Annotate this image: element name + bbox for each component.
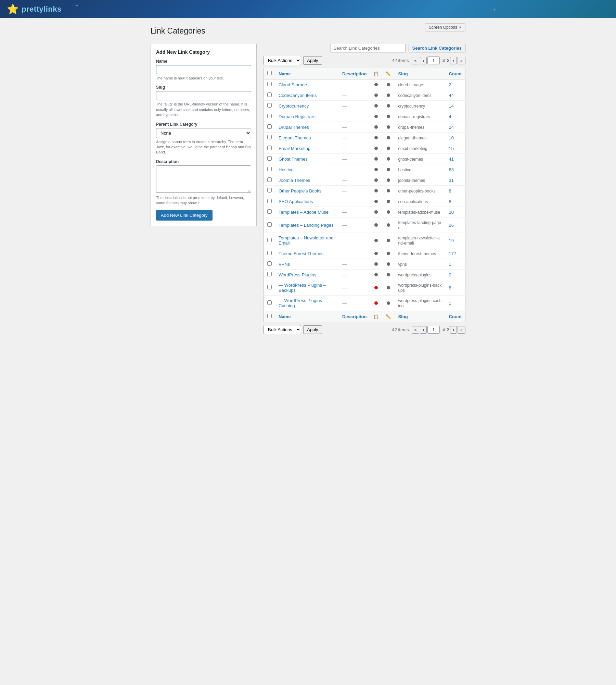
bulk-actions-select-top[interactable]: Bulk Actions	[264, 56, 301, 65]
row-checkbox[interactable]	[267, 251, 272, 255]
count-link[interactable]: 4	[449, 114, 451, 119]
row-checkbox[interactable]	[267, 261, 272, 266]
category-link[interactable]: Elegant Themes	[279, 135, 311, 140]
count-link[interactable]: 8	[449, 285, 451, 290]
count-link[interactable]: 8	[449, 199, 451, 204]
row-checkbox[interactable]	[267, 222, 272, 227]
count-link[interactable]: 20	[449, 210, 453, 215]
count-link[interactable]: 44	[449, 93, 453, 98]
category-link[interactable]: — WordPress Plugins – Backups	[279, 283, 326, 293]
category-link[interactable]: Theme Forest Themes	[279, 251, 323, 256]
row-checkbox[interactable]	[267, 156, 272, 161]
category-link[interactable]: SEO Applications	[279, 199, 313, 204]
table-row: VPNs — vpns 1	[264, 259, 465, 270]
next-page-button-bottom[interactable]: ›	[450, 326, 457, 334]
th-name-footer[interactable]: Name	[275, 311, 339, 322]
th-description-footer[interactable]: Description	[339, 311, 370, 322]
apply-button-bottom[interactable]: Apply	[303, 325, 322, 334]
category-link[interactable]: Email Marketing	[279, 146, 310, 151]
count-link[interactable]: 2	[449, 82, 451, 87]
name-input[interactable]	[156, 65, 251, 74]
count-link[interactable]: 1	[449, 262, 451, 267]
row-checkbox[interactable]	[267, 209, 272, 214]
category-link[interactable]: Templates – Newsletter and Email	[279, 235, 333, 246]
th-count[interactable]: Count	[445, 68, 465, 79]
row-checkbox[interactable]	[267, 82, 272, 86]
row-checkbox[interactable]	[267, 199, 272, 203]
select-all-checkbox[interactable]	[267, 71, 272, 75]
th-count-footer[interactable]: Count	[445, 311, 465, 322]
description-value: —	[342, 114, 347, 119]
count-link[interactable]: 26	[449, 223, 453, 228]
category-link[interactable]: Ghost Themes	[279, 157, 308, 162]
search-button[interactable]: Search Link Categories	[409, 44, 466, 52]
count-link[interactable]: 8	[449, 188, 451, 194]
th-slug-footer[interactable]: Slug	[395, 311, 445, 322]
screen-options-button[interactable]: Screen Options	[425, 23, 465, 32]
next-page-button-top[interactable]: ›	[450, 57, 457, 64]
row-checkbox[interactable]	[267, 177, 272, 182]
row-checkbox[interactable]	[267, 103, 272, 108]
row-count-cell: 8	[445, 196, 465, 207]
last-page-button-bottom[interactable]: »	[458, 326, 465, 334]
th-slug[interactable]: Slug	[395, 68, 445, 79]
parent-hint: Assign a parent term to create a hierarc…	[156, 139, 251, 155]
count-link[interactable]: 0	[449, 272, 451, 277]
count-link[interactable]: 31	[449, 178, 453, 183]
search-input[interactable]	[331, 44, 406, 52]
description-textarea[interactable]	[156, 165, 251, 193]
first-page-button-top[interactable]: «	[412, 57, 420, 64]
category-link[interactable]: Cryptocurrency	[279, 103, 309, 109]
add-category-button[interactable]: Add New Link Category	[156, 210, 213, 221]
category-link[interactable]: Cloud Storage	[279, 82, 307, 87]
current-page-input-top[interactable]	[427, 57, 440, 64]
category-link[interactable]: Templates – Adobe Muse	[279, 210, 329, 215]
prev-page-button-top[interactable]: ‹	[420, 57, 427, 64]
row-checkbox[interactable]	[267, 238, 272, 242]
row-checkbox[interactable]	[267, 272, 272, 276]
count-link[interactable]: 177	[449, 251, 456, 256]
prev-page-button-bottom[interactable]: ‹	[420, 326, 427, 334]
parent-select[interactable]: None	[156, 128, 251, 138]
current-page-input-bottom[interactable]	[427, 326, 440, 334]
category-link[interactable]: Templates – Landing Pages	[279, 223, 333, 228]
th-name[interactable]: Name	[275, 68, 339, 79]
count-link[interactable]: 14	[449, 103, 453, 109]
category-link[interactable]: Other People's Books	[279, 188, 321, 194]
count-link[interactable]: 10	[449, 135, 453, 140]
category-link[interactable]: Drupal Themes	[279, 125, 309, 130]
th-description[interactable]: Description	[339, 68, 370, 79]
count-link[interactable]: 24	[449, 125, 453, 130]
row-checkbox[interactable]	[267, 285, 272, 289]
slug-input[interactable]	[156, 91, 251, 100]
category-link[interactable]: Hosting	[279, 167, 294, 172]
select-all-checkbox-footer[interactable]	[267, 314, 272, 318]
category-link[interactable]: CodeCanyon Items	[279, 93, 317, 98]
category-link[interactable]: WordPress Plugins	[279, 272, 316, 277]
logo[interactable]: ⭐ prettylinks	[7, 3, 62, 15]
category-link[interactable]: — WordPress Plugins – Caching	[279, 298, 326, 308]
table-area: Search Link Categories Bulk Actions Appl…	[264, 44, 465, 337]
row-checkbox[interactable]	[267, 114, 272, 118]
row-slug-cell: codecanyon-items	[395, 90, 445, 101]
row-checkbox[interactable]	[267, 92, 272, 97]
description-value: —	[342, 103, 347, 109]
category-link[interactable]: Joomla Themes	[279, 178, 310, 183]
count-link[interactable]: 1	[449, 301, 451, 306]
count-link[interactable]: 41	[449, 157, 453, 162]
count-link[interactable]: 15	[449, 146, 453, 151]
row-checkbox[interactable]	[267, 135, 272, 139]
row-checkbox[interactable]	[267, 300, 272, 305]
category-link[interactable]: Domain Registrars	[279, 114, 316, 119]
last-page-button-top[interactable]: »	[458, 57, 465, 64]
row-checkbox[interactable]	[267, 124, 272, 129]
row-checkbox[interactable]	[267, 167, 272, 171]
row-checkbox[interactable]	[267, 146, 272, 150]
category-link[interactable]: VPNs	[279, 262, 290, 267]
count-link[interactable]: 83	[449, 167, 453, 172]
bulk-actions-select-bottom[interactable]: Bulk Actions	[264, 325, 301, 334]
first-page-button-bottom[interactable]: «	[412, 326, 420, 334]
count-link[interactable]: 19	[449, 238, 453, 243]
row-checkbox[interactable]	[267, 188, 272, 192]
apply-button-top[interactable]: Apply	[303, 56, 322, 65]
